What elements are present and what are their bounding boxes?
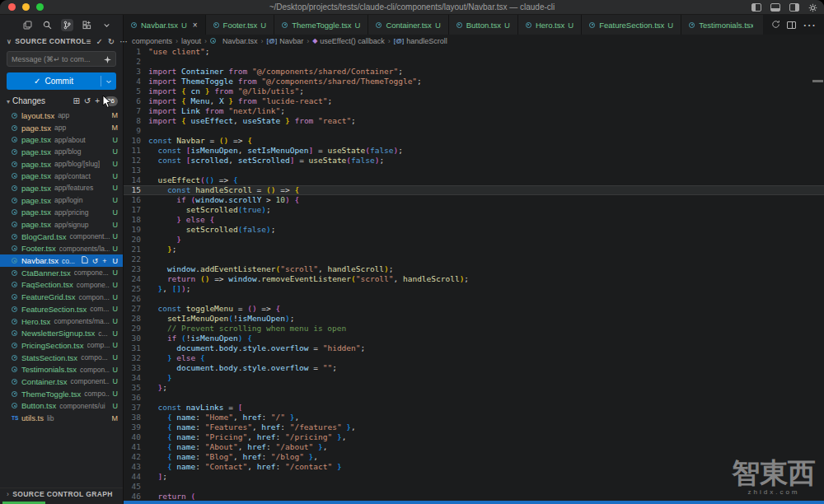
close-tab-icon[interactable]: × — [193, 21, 198, 30]
view-and-sort-icon[interactable]: ≡ — [87, 37, 91, 46]
breadcrumb-item[interactable]: [@]Navbar — [267, 37, 304, 45]
stage-all-changes-icon[interactable]: + — [95, 96, 100, 105]
breadcrumb-separator: › — [204, 37, 207, 45]
scm-file-row-page.tsx[interactable]: page.tsxapp/blogU — [0, 146, 123, 158]
tab-Hero.tsx[interactable]: Hero.tsxU — [518, 15, 582, 35]
file-name: StatsSection.tsx — [21, 353, 77, 362]
scm-file-row-page.tsx[interactable]: page.tsxapp/featuresU — [0, 182, 123, 194]
commit-button[interactable]: ✓Commit — [7, 72, 116, 90]
scm-file-row-page.tsx[interactable]: page.tsxapp/aboutU — [0, 133, 123, 146]
scm-file-row-page.tsx[interactable]: page.tsxapp/signupU — [0, 218, 123, 231]
scm-file-row-PricingSection.tsx[interactable]: PricingSection.tsxcomp...U — [0, 339, 123, 352]
breadcrumb-item[interactable]: ◆useEffect() callback — [312, 37, 385, 45]
code-text: const handleScroll = () => { — [148, 185, 299, 195]
scm-file-row-CtaBanner.tsx[interactable]: CtaBanner.tsxcompone...U — [0, 267, 123, 279]
line-number: 28 — [124, 314, 148, 324]
scm-file-row-page.tsx[interactable]: page.tsxapp/pricingU — [0, 207, 123, 219]
open-changes-icon[interactable] — [771, 17, 780, 32]
code-line-39: 39 { name: "Features", href: "/features"… — [124, 422, 824, 432]
tab-FeatureSection.tsx[interactable]: FeatureSection.tsxU — [582, 15, 681, 35]
search-icon[interactable] — [41, 19, 54, 31]
scm-file-row-Footer.tsx[interactable]: Footer.tsxcomponents/la...U — [0, 243, 123, 255]
code-editor[interactable]: 1"use client";23import Container from "@… — [124, 47, 824, 504]
file-path: co... — [62, 257, 82, 265]
scm-file-row-ThemeToggle.tsx[interactable]: ThemeToggle.tsxcompo...U — [0, 388, 123, 400]
scm-file-row-Button.tsx[interactable]: Button.tsxcomponents/uiU — [0, 400, 123, 413]
code-text: ]; — [148, 472, 167, 482]
line-number: 7 — [124, 106, 148, 116]
source-control-header[interactable]: ∨SOURCE CONTROL — [7, 37, 87, 45]
react-file-icon — [12, 379, 17, 385]
tab-Testimonials.tsx[interactable]: Testimonials.tsx — [681, 15, 763, 35]
breadcrumb-item[interactable]: [@]handleScroll — [394, 37, 447, 45]
scm-file-row-Container.tsx[interactable]: Container.tsxcomponent...U — [0, 376, 123, 388]
zoom-window-button[interactable] — [36, 3, 44, 11]
code-line-3: 3import Container from "@/components/sha… — [124, 67, 824, 77]
scm-file-row-page.tsx[interactable]: page.tsxapp/blog/[slug]U — [0, 158, 123, 170]
tab-label: Container.tsx — [386, 21, 431, 30]
line-number: 44 — [124, 472, 148, 482]
scm-file-row-FaqSection.tsx[interactable]: FaqSection.tsxcompone...U — [0, 279, 123, 292]
tab-Footer.tsx[interactable]: Footer.tsxU — [206, 15, 275, 35]
commit-message-input[interactable]: Message (⌘↵ to com... — [7, 51, 116, 67]
extensions-icon[interactable] — [81, 19, 93, 31]
git-status-letter: U — [113, 402, 119, 410]
refresh-icon[interactable]: ↻ — [108, 37, 115, 46]
tab-label: Footer.tsx — [223, 21, 258, 30]
scm-file-row-Hero.tsx[interactable]: Hero.tsxcomponents/ma...U — [0, 315, 123, 328]
scm-file-row-FeatureSection.tsx[interactable]: FeatureSection.tsxcom...U — [0, 303, 123, 315]
minimize-window-button[interactable] — [22, 3, 30, 11]
scm-file-row-BlogCard.tsx[interactable]: BlogCard.tsxcomponent...U — [0, 231, 123, 243]
scm-file-row-Navbar.tsx[interactable]: Navbar.tsxco...↺+U — [0, 254, 123, 267]
tab-ThemeToggle.tsx[interactable]: ThemeToggle.tsxU — [274, 15, 368, 35]
scm-file-row-page.tsx[interactable]: page.tsxapp/loginU — [0, 194, 123, 207]
tab-Button.tsx[interactable]: Button.tsxU — [449, 15, 518, 35]
tab-Navbar.tsx[interactable]: Navbar.tsxU× — [124, 15, 206, 35]
discard-all-changes-icon[interactable]: ↺ — [84, 96, 91, 105]
more-actions-icon[interactable]: ⋯ — [119, 37, 128, 46]
close-window-button[interactable] — [8, 3, 16, 11]
code-line-12: 12 const [scrolled, setScrolled] = useSt… — [124, 156, 824, 166]
line-number: 24 — [124, 274, 148, 284]
code-line-22: 22 — [124, 254, 824, 264]
git-status-letter: U — [113, 305, 119, 313]
mouse-cursor — [102, 96, 112, 112]
scm-file-row-NewsletterSignup.tsx[interactable]: NewsletterSignup.tsxc...U — [0, 327, 123, 339]
scrollbar-thumb[interactable] — [812, 80, 823, 82]
scm-file-row-utils.ts[interactable]: TSutils.tslibM — [0, 412, 123, 424]
discard-changes-icon[interactable]: ↺ — [92, 257, 99, 265]
code-line-18: 18 } else { — [124, 215, 824, 225]
explorer-icon[interactable] — [21, 19, 34, 31]
changes-file-list: layout.tsxappMpage.tsxappMpage.tsxapp/ab… — [0, 110, 123, 424]
code-text: if (!isMenuOpen) { — [148, 334, 252, 343]
toggle-secondary-sidebar-icon[interactable] — [789, 3, 799, 12]
customize-layout-gear-icon[interactable] — [808, 3, 817, 12]
scm-file-row-FeatureGrid.tsx[interactable]: FeatureGrid.tsxcompon...U — [0, 291, 123, 303]
commit-check-icon[interactable]: ✓ — [96, 37, 102, 46]
source-control-icon[interactable] — [61, 19, 73, 31]
tab-Container.tsx[interactable]: Container.tsxU — [368, 15, 448, 35]
toggle-primary-sidebar-icon[interactable] — [751, 3, 761, 12]
view-as-tree-icon[interactable]: ⊞ — [73, 96, 79, 105]
generate-commit-message-sparkle-icon[interactable] — [104, 52, 111, 67]
scm-file-row-page.tsx[interactable]: page.tsxappM — [0, 122, 123, 134]
code-line-42: 42 { name: "Blog", href: "/blog" }, — [124, 452, 824, 462]
commit-dropdown-chevron-icon[interactable] — [101, 78, 116, 85]
react-file-icon — [213, 22, 219, 28]
breadcrumb-item[interactable]: layout — [181, 37, 201, 45]
scm-file-row-Testimonials.tsx[interactable]: Testimonials.tsxcompon...U — [0, 363, 123, 376]
toggle-panel-icon[interactable] — [770, 3, 780, 12]
line-number: 4 — [124, 77, 148, 86]
source-control-graph-header[interactable]: ›SOURCE CONTROL GRAPH — [0, 488, 123, 500]
scm-file-row-StatsSection.tsx[interactable]: StatsSection.tsxcompo...U — [0, 352, 123, 364]
more-views-chevron-icon[interactable] — [101, 19, 113, 31]
breadcrumb-item[interactable]: Navbar.tsx — [210, 37, 258, 45]
editor-more-actions-icon[interactable]: ⋯ — [803, 17, 816, 33]
open-file-icon[interactable] — [82, 256, 88, 265]
stage-changes-icon[interactable]: + — [102, 257, 106, 265]
react-file-icon — [12, 319, 17, 324]
breadcrumb-item[interactable]: components — [132, 37, 172, 45]
scm-file-row-page.tsx[interactable]: page.tsxapp/contactU — [0, 170, 123, 182]
split-editor-icon[interactable] — [787, 21, 796, 29]
code-text: { name: "Contact", href: "/contact" } — [148, 462, 342, 472]
